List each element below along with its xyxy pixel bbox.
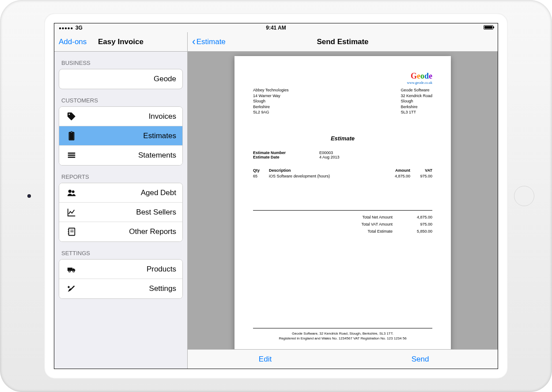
reports-group: Aged Debt Best Sellers Other Reports xyxy=(59,183,183,242)
bottom-toolbar: Edit Send xyxy=(188,349,498,369)
sidebar-item-other-reports[interactable]: Other Reports xyxy=(59,222,182,241)
section-header-business: BUSINESS xyxy=(54,52,187,69)
business-value: Geode xyxy=(65,75,176,83)
preview-area: Geode www.geode.co.uk Abbey Technologies… xyxy=(188,52,498,349)
svg-rect-0 xyxy=(69,133,73,139)
customer-address: Abbey Technologies 14 Warner Way Slough … xyxy=(253,87,288,115)
svg-point-13 xyxy=(69,270,71,272)
sidebar-item-products[interactable]: Products xyxy=(59,260,182,279)
truck-icon xyxy=(65,264,78,274)
document-preview[interactable]: Geode www.geode.co.uk Abbey Technologies… xyxy=(234,56,451,349)
ipad-frame: ●●●●● 3G 9:41 AM Add-ons Easy Invoice BU… xyxy=(0,0,552,392)
svg-point-14 xyxy=(73,270,75,272)
sidebar-item-label: Statements xyxy=(78,151,176,160)
sidebar-title: Easy Invoice xyxy=(98,38,144,46)
carrier-label: 3G xyxy=(76,25,83,31)
back-button[interactable]: ‹ Estimate xyxy=(192,37,226,47)
sidebar-item-statements[interactable]: Statements xyxy=(59,146,182,165)
document-title: Estimate xyxy=(253,135,432,142)
battery-icon xyxy=(484,25,493,30)
clipboard-icon xyxy=(65,131,78,141)
home-button[interactable] xyxy=(514,186,534,206)
customers-group: Invoices Estimates Statements xyxy=(59,106,183,166)
line-chart-icon xyxy=(65,207,78,217)
sidebar: Add-ons Easy Invoice BUSINESS Geode CUST… xyxy=(54,32,188,369)
line-item: 65 iOS Software development (hours) 4,87… xyxy=(253,174,432,178)
document-meta: Estimate NumberE00003 Estimate Date4 Aug… xyxy=(253,151,432,159)
sidebar-item-invoices[interactable]: Invoices xyxy=(59,107,182,126)
send-button[interactable]: Send xyxy=(343,350,498,369)
svg-rect-3 xyxy=(68,157,76,158)
clock-label: 9:41 AM xyxy=(266,25,286,31)
tools-icon xyxy=(65,284,78,294)
main-title: Send Estimate xyxy=(317,38,368,46)
svg-point-4 xyxy=(68,189,72,192)
sender-address: Geode Software 32 Kendrick Road Slough B… xyxy=(401,87,432,115)
sidebar-item-aged-debt[interactable]: Aged Debt xyxy=(59,183,182,203)
chevron-left-icon: ‹ xyxy=(192,37,196,47)
logo-block: Geode www.geode.co.uk xyxy=(253,72,432,85)
back-label: Estimate xyxy=(197,38,226,46)
sidebar-item-label: Products xyxy=(78,265,176,274)
business-row[interactable]: Geode xyxy=(59,69,182,89)
sidebar-item-label: Settings xyxy=(78,284,176,293)
company-logo-icon: Geode xyxy=(253,72,432,81)
notebook-icon xyxy=(65,227,78,237)
settings-group: Products Settings xyxy=(59,259,183,299)
svg-rect-1 xyxy=(68,153,76,154)
signal-dots-icon: ●●●●● xyxy=(59,26,73,30)
document-footer: Geode Software, 32 Kendrick Road, Slough… xyxy=(253,328,432,341)
addons-button[interactable]: Add-ons xyxy=(59,38,87,46)
sidebar-item-settings[interactable]: Settings xyxy=(59,279,182,298)
sidebar-item-best-sellers[interactable]: Best Sellers xyxy=(59,203,182,222)
documents-stack-icon xyxy=(65,151,78,160)
business-group: Geode xyxy=(59,69,183,89)
main-header: ‹ Estimate Send Estimate xyxy=(188,32,498,52)
main-pane: ‹ Estimate Send Estimate Geode www.geode… xyxy=(188,32,498,369)
screen: ●●●●● 3G 9:41 AM Add-ons Easy Invoice BU… xyxy=(54,23,498,369)
sidebar-item-label: Estimates xyxy=(78,132,176,140)
status-bar: ●●●●● 3G 9:41 AM xyxy=(54,23,498,32)
logo-url: www.geode.co.uk xyxy=(253,81,432,85)
section-header-settings: SETTINGS xyxy=(54,242,187,259)
sidebar-header: Add-ons Easy Invoice xyxy=(54,32,187,52)
svg-point-5 xyxy=(72,190,75,193)
sidebar-item-label: Invoices xyxy=(78,112,176,121)
sidebar-item-label: Other Reports xyxy=(78,227,176,236)
totals: Total Net Amount4,875.00 Total VAT Amoun… xyxy=(253,210,432,236)
edit-button[interactable]: Edit xyxy=(188,350,343,369)
price-tag-icon xyxy=(65,112,78,121)
svg-rect-2 xyxy=(68,155,76,156)
section-header-customers: CUSTOMERS xyxy=(54,89,187,106)
items-header: Qty Description Amount VAT xyxy=(253,168,432,173)
sidebar-item-label: Best Sellers xyxy=(78,208,176,217)
sidebar-item-label: Aged Debt xyxy=(78,188,176,197)
section-header-reports: REPORTS xyxy=(54,166,187,183)
sidebar-item-estimates[interactable]: Estimates xyxy=(59,126,182,146)
people-icon xyxy=(65,188,78,198)
camera-icon xyxy=(27,194,31,198)
